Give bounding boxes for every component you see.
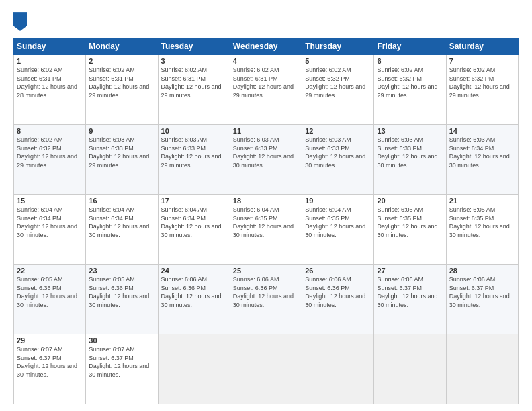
calendar-cell: 15Sunrise: 6:04 AMSunset: 6:34 PMDayligh… bbox=[14, 195, 86, 265]
calendar-cell bbox=[158, 334, 230, 404]
calendar-cell: 14Sunrise: 6:03 AMSunset: 6:34 PMDayligh… bbox=[446, 125, 518, 195]
day-number: 30 bbox=[89, 336, 154, 345]
day-number: 10 bbox=[161, 127, 227, 135]
day-info: Sunrise: 6:03 AMSunset: 6:33 PMDaylight:… bbox=[161, 136, 222, 169]
logo-icon bbox=[13, 12, 27, 31]
day-number: 18 bbox=[233, 197, 299, 205]
day-info: Sunrise: 6:06 AMSunset: 6:37 PMDaylight:… bbox=[449, 276, 510, 308]
calendar-cell: 17Sunrise: 6:04 AMSunset: 6:34 PMDayligh… bbox=[158, 195, 230, 265]
day-number: 26 bbox=[305, 267, 371, 275]
weekday-header: Sunday bbox=[14, 38, 86, 55]
day-number: 22 bbox=[17, 267, 83, 275]
calendar-cell: 9Sunrise: 6:03 AMSunset: 6:33 PMDaylight… bbox=[86, 125, 158, 195]
day-number: 12 bbox=[305, 127, 371, 135]
calendar-cell: 8Sunrise: 6:02 AMSunset: 6:32 PMDaylight… bbox=[14, 125, 86, 195]
day-info: Sunrise: 6:05 AMSunset: 6:36 PMDaylight:… bbox=[17, 276, 77, 308]
day-number: 6 bbox=[377, 57, 443, 65]
day-number: 24 bbox=[161, 267, 227, 275]
calendar-cell: 28Sunrise: 6:06 AMSunset: 6:37 PMDayligh… bbox=[446, 265, 518, 334]
day-info: Sunrise: 6:02 AMSunset: 6:32 PMDaylight:… bbox=[449, 66, 510, 99]
day-number: 17 bbox=[161, 197, 227, 205]
calendar-week-row: 15Sunrise: 6:04 AMSunset: 6:34 PMDayligh… bbox=[14, 195, 519, 265]
calendar-cell: 24Sunrise: 6:06 AMSunset: 6:36 PMDayligh… bbox=[158, 265, 230, 334]
day-info: Sunrise: 6:03 AMSunset: 6:33 PMDaylight:… bbox=[233, 136, 294, 169]
weekday-header: Friday bbox=[374, 38, 446, 55]
calendar-cell: 7Sunrise: 6:02 AMSunset: 6:32 PMDaylight… bbox=[446, 55, 518, 125]
day-number: 25 bbox=[233, 267, 299, 275]
calendar-cell: 13Sunrise: 6:03 AMSunset: 6:33 PMDayligh… bbox=[374, 125, 446, 195]
day-number: 1 bbox=[17, 57, 83, 65]
calendar-cell: 18Sunrise: 6:04 AMSunset: 6:35 PMDayligh… bbox=[230, 195, 302, 265]
calendar-cell: 26Sunrise: 6:06 AMSunset: 6:36 PMDayligh… bbox=[302, 265, 374, 334]
calendar-cell: 10Sunrise: 6:03 AMSunset: 6:33 PMDayligh… bbox=[158, 125, 230, 195]
calendar-cell: 5Sunrise: 6:02 AMSunset: 6:32 PMDaylight… bbox=[302, 55, 374, 125]
day-number: 19 bbox=[305, 197, 371, 205]
day-number: 14 bbox=[449, 127, 515, 135]
calendar-week-row: 8Sunrise: 6:02 AMSunset: 6:32 PMDaylight… bbox=[14, 125, 519, 195]
calendar-week-row: 22Sunrise: 6:05 AMSunset: 6:36 PMDayligh… bbox=[14, 265, 519, 334]
day-info: Sunrise: 6:03 AMSunset: 6:33 PMDaylight:… bbox=[305, 136, 365, 169]
day-number: 5 bbox=[305, 57, 371, 65]
day-number: 29 bbox=[17, 336, 83, 345]
calendar-cell: 6Sunrise: 6:02 AMSunset: 6:32 PMDaylight… bbox=[374, 55, 446, 125]
weekday-header: Monday bbox=[86, 38, 158, 55]
calendar-cell: 3Sunrise: 6:02 AMSunset: 6:31 PMDaylight… bbox=[158, 55, 230, 125]
weekday-header: Thursday bbox=[302, 38, 374, 55]
day-info: Sunrise: 6:02 AMSunset: 6:31 PMDaylight:… bbox=[89, 66, 149, 99]
calendar-table: SundayMondayTuesdayWednesdayThursdayFrid… bbox=[13, 38, 519, 404]
day-info: Sunrise: 6:03 AMSunset: 6:33 PMDaylight:… bbox=[89, 136, 149, 169]
weekday-header: Saturday bbox=[446, 38, 518, 55]
day-number: 15 bbox=[17, 197, 83, 205]
day-number: 2 bbox=[89, 57, 154, 65]
day-number: 3 bbox=[161, 57, 227, 65]
day-info: Sunrise: 6:04 AMSunset: 6:34 PMDaylight:… bbox=[17, 206, 77, 238]
calendar-cell: 27Sunrise: 6:06 AMSunset: 6:37 PMDayligh… bbox=[374, 265, 446, 334]
calendar-cell: 25Sunrise: 6:06 AMSunset: 6:36 PMDayligh… bbox=[230, 265, 302, 334]
calendar-cell: 11Sunrise: 6:03 AMSunset: 6:33 PMDayligh… bbox=[230, 125, 302, 195]
day-info: Sunrise: 6:06 AMSunset: 6:37 PMDaylight:… bbox=[377, 276, 437, 308]
calendar-cell bbox=[230, 334, 302, 404]
day-info: Sunrise: 6:02 AMSunset: 6:32 PMDaylight:… bbox=[17, 136, 77, 169]
calendar-week-row: 29Sunrise: 6:07 AMSunset: 6:37 PMDayligh… bbox=[14, 334, 519, 404]
calendar-cell: 22Sunrise: 6:05 AMSunset: 6:36 PMDayligh… bbox=[14, 265, 86, 334]
calendar-cell bbox=[302, 334, 374, 404]
day-info: Sunrise: 6:05 AMSunset: 6:36 PMDaylight:… bbox=[89, 276, 149, 308]
calendar-cell: 16Sunrise: 6:04 AMSunset: 6:34 PMDayligh… bbox=[86, 195, 158, 265]
day-number: 8 bbox=[17, 127, 83, 135]
day-info: Sunrise: 6:02 AMSunset: 6:31 PMDaylight:… bbox=[161, 66, 222, 99]
day-info: Sunrise: 6:05 AMSunset: 6:35 PMDaylight:… bbox=[377, 206, 437, 238]
calendar-cell: 29Sunrise: 6:07 AMSunset: 6:37 PMDayligh… bbox=[14, 334, 86, 404]
header bbox=[13, 12, 519, 31]
calendar-header-row: SundayMondayTuesdayWednesdayThursdayFrid… bbox=[14, 38, 519, 55]
page: SundayMondayTuesdayWednesdayThursdayFrid… bbox=[0, 0, 532, 411]
day-info: Sunrise: 6:07 AMSunset: 6:37 PMDaylight:… bbox=[89, 346, 149, 378]
calendar-week-row: 1Sunrise: 6:02 AMSunset: 6:31 PMDaylight… bbox=[14, 55, 519, 125]
day-info: Sunrise: 6:02 AMSunset: 6:31 PMDaylight:… bbox=[17, 66, 77, 99]
day-info: Sunrise: 6:04 AMSunset: 6:35 PMDaylight:… bbox=[233, 206, 294, 238]
day-info: Sunrise: 6:04 AMSunset: 6:34 PMDaylight:… bbox=[89, 206, 149, 238]
day-number: 27 bbox=[377, 267, 443, 275]
calendar-cell: 23Sunrise: 6:05 AMSunset: 6:36 PMDayligh… bbox=[86, 265, 158, 334]
weekday-header: Wednesday bbox=[230, 38, 302, 55]
calendar-cell bbox=[446, 334, 518, 404]
day-number: 23 bbox=[89, 267, 154, 275]
day-info: Sunrise: 6:06 AMSunset: 6:36 PMDaylight:… bbox=[161, 276, 222, 308]
day-number: 11 bbox=[233, 127, 299, 135]
day-number: 28 bbox=[449, 267, 515, 275]
day-info: Sunrise: 6:05 AMSunset: 6:35 PMDaylight:… bbox=[449, 206, 510, 238]
day-info: Sunrise: 6:03 AMSunset: 6:34 PMDaylight:… bbox=[449, 136, 510, 169]
logo bbox=[13, 12, 30, 31]
day-info: Sunrise: 6:02 AMSunset: 6:32 PMDaylight:… bbox=[377, 66, 437, 99]
calendar-cell: 12Sunrise: 6:03 AMSunset: 6:33 PMDayligh… bbox=[302, 125, 374, 195]
weekday-header: Tuesday bbox=[158, 38, 230, 55]
day-info: Sunrise: 6:07 AMSunset: 6:37 PMDaylight:… bbox=[17, 346, 77, 378]
day-info: Sunrise: 6:03 AMSunset: 6:33 PMDaylight:… bbox=[377, 136, 437, 169]
calendar-cell: 21Sunrise: 6:05 AMSunset: 6:35 PMDayligh… bbox=[446, 195, 518, 265]
day-number: 4 bbox=[233, 57, 299, 65]
day-number: 13 bbox=[377, 127, 443, 135]
calendar-cell: 2Sunrise: 6:02 AMSunset: 6:31 PMDaylight… bbox=[86, 55, 158, 125]
svg-marker-1 bbox=[13, 12, 27, 30]
calendar-cell: 19Sunrise: 6:04 AMSunset: 6:35 PMDayligh… bbox=[302, 195, 374, 265]
day-info: Sunrise: 6:04 AMSunset: 6:34 PMDaylight:… bbox=[161, 206, 222, 238]
calendar-cell: 20Sunrise: 6:05 AMSunset: 6:35 PMDayligh… bbox=[374, 195, 446, 265]
